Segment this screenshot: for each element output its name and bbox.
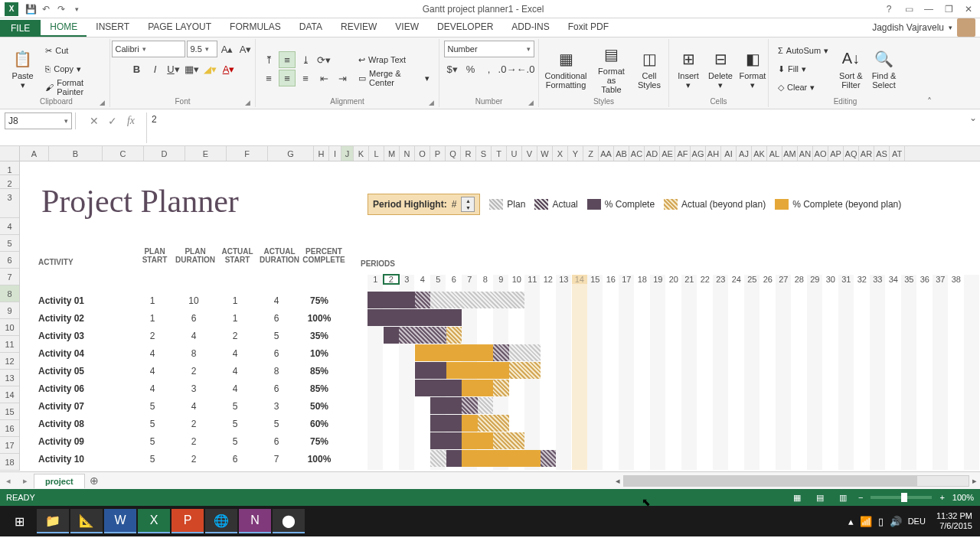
delete-cells-button[interactable]: ⊟Delete▾	[706, 47, 735, 91]
col-header[interactable]: AJ	[737, 146, 752, 161]
taskbar-explorer-icon[interactable]: 📁	[37, 509, 69, 533]
page-layout-view-icon[interactable]: ▤	[812, 491, 828, 504]
period-cell[interactable]: 38	[949, 275, 965, 284]
period-cell[interactable]: 8	[478, 275, 494, 284]
activity-row[interactable]: Activity 10 5 2 6 7 100%	[38, 450, 341, 468]
add-sheet-icon[interactable]: ⊕	[85, 474, 103, 487]
col-header[interactable]: AM	[782, 146, 798, 161]
row-header[interactable]: 13	[0, 370, 19, 386]
period-cell[interactable]: 17	[619, 275, 635, 284]
undo-icon[interactable]: ↶	[38, 2, 54, 17]
col-header[interactable]: Z	[583, 146, 599, 161]
orientation-icon[interactable]: ⟳▾	[315, 51, 332, 68]
col-header[interactable]: B	[49, 146, 103, 161]
increase-indent-icon[interactable]: ⇥	[334, 70, 351, 86]
period-cell[interactable]: 1	[368, 275, 384, 284]
period-cell[interactable]: 23	[713, 275, 729, 284]
col-header[interactable]: AD	[645, 146, 660, 161]
period-cell[interactable]: 13	[556, 275, 572, 284]
period-cell[interactable]: 36	[917, 275, 933, 284]
col-header[interactable]: AT	[890, 146, 905, 161]
col-header[interactable]: M	[384, 146, 400, 161]
col-header[interactable]: A	[20, 146, 49, 161]
underline-button[interactable]: U▾	[165, 60, 182, 77]
dialog-launcher-icon[interactable]: ◢	[528, 99, 534, 106]
row-header[interactable]: 2	[0, 175, 19, 189]
spin-up-icon[interactable]: ▲	[462, 197, 474, 204]
sheet-area[interactable]: Project Planner Period Highlight: # ▲▼ P…	[20, 161, 980, 471]
align-right-icon[interactable]: ≡	[297, 70, 314, 86]
activity-row[interactable]: Activity 06 4 3 4 6 85%	[38, 380, 341, 397]
row-header[interactable]: 15	[0, 403, 19, 420]
bold-button[interactable]: B	[129, 60, 145, 77]
col-header[interactable]: AR	[859, 146, 874, 161]
col-header[interactable]: AO	[813, 146, 828, 161]
period-cell[interactable]: 37	[933, 275, 949, 284]
period-cell[interactable]: 18	[635, 275, 651, 284]
insert-cells-button[interactable]: ⊞Insert▾	[674, 47, 703, 91]
tray-language[interactable]: DEU	[908, 517, 926, 526]
font-size-combo[interactable]: 9.5▾	[187, 41, 217, 57]
zoom-slider[interactable]	[871, 496, 932, 499]
row-header[interactable]: 7	[0, 269, 19, 285]
col-header[interactable]: AS	[874, 146, 890, 161]
start-button[interactable]: ⊞	[3, 509, 35, 533]
col-header[interactable]: AF	[675, 146, 691, 161]
tab-developer[interactable]: DEVELOPER	[428, 18, 502, 37]
row-header[interactable]: 16	[0, 420, 19, 437]
row-header[interactable]: 10	[0, 319, 19, 336]
increase-decimal-icon[interactable]: .0→	[499, 60, 516, 77]
activity-row[interactable]: Activity 05 4 2 4 8 85%	[38, 362, 341, 380]
fx-icon[interactable]: fx	[122, 115, 140, 127]
expand-formula-bar-icon[interactable]: ⌄	[966, 112, 980, 123]
decrease-indent-icon[interactable]: ⇤	[315, 70, 332, 86]
italic-button[interactable]: I	[147, 60, 164, 77]
taskbar-chrome-icon[interactable]: 🌐	[205, 509, 237, 533]
cell-styles-button[interactable]: ◫Cell Styles	[635, 47, 664, 91]
taskbar-onenote-icon[interactable]: N	[239, 509, 271, 533]
taskbar-word-icon[interactable]: W	[104, 509, 136, 533]
tray-action-center-icon[interactable]: ▯	[878, 516, 884, 527]
normal-view-icon[interactable]: ▦	[789, 491, 805, 504]
clear-button[interactable]: ◇Clear ▾	[773, 79, 833, 96]
zoom-out-icon[interactable]: −	[858, 493, 863, 502]
page-break-view-icon[interactable]: ▥	[835, 491, 851, 504]
zoom-in-icon[interactable]: +	[939, 493, 944, 502]
collapse-ribbon-icon[interactable]: ˄	[922, 39, 937, 107]
period-highlight-spinner[interactable]: ▲▼	[461, 197, 475, 212]
tray-show-hidden-icon[interactable]: ▴	[848, 516, 854, 527]
number-format-combo[interactable]: Number▾	[444, 41, 534, 57]
redo-icon[interactable]: ↷	[54, 2, 69, 17]
activity-row[interactable]: Activity 02 1 6 1 6 100%	[38, 309, 341, 327]
scroll-thumb[interactable]	[624, 476, 917, 486]
scroll-track[interactable]	[623, 475, 969, 487]
wrap-text-button[interactable]: ↩Wrap Text	[354, 51, 434, 68]
taskbar-powerpoint-icon[interactable]: P	[172, 509, 204, 533]
col-header[interactable]: H	[314, 146, 329, 161]
col-header[interactable]: U	[507, 146, 522, 161]
tab-view[interactable]: VIEW	[386, 18, 428, 37]
col-header[interactable]: R	[461, 146, 476, 161]
activity-row[interactable]: Activity 07 5 4 5 3 50%	[38, 397, 341, 415]
row-header[interactable]: 12	[0, 353, 19, 370]
col-header[interactable]: AQ	[844, 146, 859, 161]
period-cell[interactable]: 30	[823, 275, 839, 284]
period-cell[interactable]: 20	[666, 275, 682, 284]
period-cell[interactable]: 21	[681, 275, 697, 284]
sheet-nav-prev-icon[interactable]: ◂	[0, 476, 17, 486]
period-cell[interactable]: 3	[399, 275, 415, 284]
help-icon[interactable]: ?	[882, 4, 896, 15]
format-painter-button[interactable]: 🖌Format Painter	[41, 79, 105, 96]
align-center-icon[interactable]: ≡	[279, 70, 296, 86]
col-header[interactable]: C	[103, 146, 144, 161]
tab-review[interactable]: REVIEW	[332, 18, 386, 37]
row-header[interactable]: 18	[0, 454, 19, 471]
tray-clock[interactable]: 11:32 PM 7/6/2015	[932, 511, 977, 531]
conditional-formatting-button[interactable]: ▦Conditional Formatting	[544, 47, 588, 91]
percent-icon[interactable]: %	[462, 60, 479, 77]
period-cell[interactable]: 24	[729, 275, 745, 284]
save-icon[interactable]: 💾	[23, 2, 38, 17]
period-cell[interactable]: 19	[650, 275, 666, 284]
file-tab[interactable]: FILE	[0, 20, 41, 37]
format-cells-button[interactable]: ◧Format▾	[738, 47, 767, 91]
